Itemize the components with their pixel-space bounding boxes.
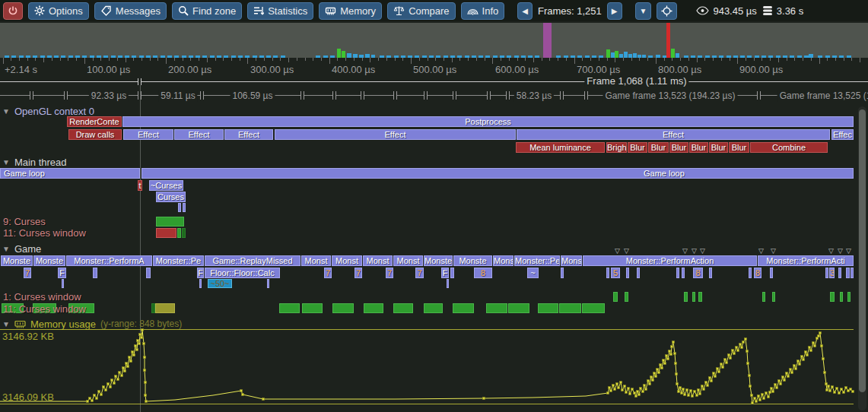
zone-bar[interactable]: Postprocess: [122, 116, 854, 127]
message-marker-icon[interactable]: ▽: [692, 248, 697, 255]
info-button[interactable]: Info: [461, 2, 505, 20]
message-marker-icon[interactable]: ▽: [828, 248, 834, 255]
zone-bar[interactable]: RenderConte: [67, 116, 122, 127]
zone-bar[interactable]: 8: [693, 268, 703, 278]
frame-time-graph[interactable]: [0, 23, 868, 58]
zone-bar[interactable]: ~50~: [208, 279, 232, 288]
lock-zone-bar[interactable]: [486, 303, 507, 313]
zone-bar[interactable]: [838, 268, 841, 278]
zone-bar[interactable]: 8: [754, 268, 761, 278]
zone-bar[interactable]: [199, 279, 202, 288]
collapse-frames-button[interactable]: ▼: [635, 2, 652, 20]
lock-label[interactable]: 11: Curses window: [3, 304, 86, 315]
lock-label[interactable]: 11: Curses window: [3, 228, 86, 239]
zone-bar[interactable]: 7: [24, 268, 31, 278]
collapse-icon[interactable]: ▼: [2, 158, 10, 166]
lock-label[interactable]: 1: Curses window: [3, 292, 81, 303]
lock-zone-bar[interactable]: [453, 303, 474, 313]
options-button[interactable]: Options: [28, 2, 89, 20]
lock-zone-bar[interactable]: [840, 292, 843, 302]
zone-bar[interactable]: Monster::Pe: [153, 255, 204, 266]
zone-bar[interactable]: Monst: [332, 255, 362, 266]
message-marker-icon[interactable]: ▽: [838, 248, 843, 255]
crosshair-button[interactable]: [657, 2, 677, 20]
lock-zone-bar[interactable]: [332, 303, 354, 313]
zone-bar[interactable]: [561, 268, 564, 278]
zone-bar[interactable]: Blur: [729, 142, 749, 153]
zone-bar[interactable]: Effect: [517, 129, 830, 140]
zone-bar[interactable]: F: [197, 268, 204, 278]
zone-bar[interactable]: 7: [324, 268, 332, 278]
zone-bar[interactable]: Blur: [648, 142, 669, 153]
zone-bar[interactable]: Curses: [156, 192, 186, 202]
zone-bar[interactable]: [676, 268, 679, 278]
frame-bar[interactable]: [342, 51, 345, 58]
frame-separators[interactable]: 92.33 µs59.11 µs106.59 µs58.23 µsGame fr…: [0, 90, 868, 102]
frame-boundary-line[interactable]: Frame 1,068 (1.11 ms): [0, 76, 868, 87]
zone-bar[interactable]: [626, 268, 629, 278]
zone-bar[interactable]: [851, 268, 854, 278]
zone-bar[interactable]: 7: [386, 268, 393, 278]
lock-zone-bar[interactable]: [698, 292, 702, 302]
lock-zone-bar[interactable]: [692, 292, 695, 302]
zone-bar[interactable]: t: [138, 180, 142, 191]
zone-bar[interactable]: Mean luminance: [516, 142, 605, 153]
zone-bar[interactable]: Monste: [1, 255, 33, 266]
zone-bar[interactable]: Effec: [831, 129, 854, 140]
zone-bar[interactable]: Monst: [393, 255, 423, 266]
vertical-scrollbar[interactable]: [858, 106, 866, 410]
scrollbar-thumb[interactable]: [859, 109, 866, 392]
zone-bar[interactable]: Mons: [561, 255, 582, 266]
frame-bar[interactable]: [615, 51, 618, 58]
zone-bar[interactable]: F: [58, 268, 66, 278]
zone-bar[interactable]: [770, 268, 773, 278]
lock-zone-bar[interactable]: [302, 303, 323, 313]
lock-zone-bar[interactable]: [508, 303, 529, 313]
memory-usage-chart[interactable]: [0, 318, 868, 412]
lock-zone-bar[interactable]: [772, 292, 775, 302]
zone-bar[interactable]: [93, 268, 97, 278]
zone-bar[interactable]: Monste: [453, 255, 492, 266]
frame-bar[interactable]: [606, 49, 610, 58]
message-marker-icon[interactable]: ▽: [846, 248, 851, 255]
zone-bar[interactable]: 7: [355, 268, 362, 278]
zone-bar[interactable]: F: [441, 268, 449, 278]
lock-zone-bar[interactable]: [155, 303, 175, 313]
lock-zone-bar[interactable]: [847, 292, 851, 302]
frame-bar[interactable]: [337, 49, 341, 58]
message-marker-icon[interactable]: ▽: [758, 248, 764, 255]
zone-bar[interactable]: Monst: [363, 255, 393, 266]
lock-zone-bar[interactable]: [393, 303, 413, 313]
message-marker-icon[interactable]: ▽: [682, 248, 688, 255]
frame-bar[interactable]: [543, 23, 552, 58]
zone-bar[interactable]: [606, 268, 609, 278]
zone-bar[interactable]: Floor::Floor::Calc: [205, 268, 280, 278]
zone-bar[interactable]: ~Curses: [149, 180, 183, 191]
zone-bar[interactable]: Effect: [224, 129, 273, 140]
zone-bar[interactable]: Monster::PerformAction: [583, 255, 757, 266]
statistics-button[interactable]: Statistics: [247, 2, 313, 20]
lock-zone-bar[interactable]: [182, 228, 186, 238]
zone-bar[interactable]: Mons: [493, 255, 513, 266]
collapse-icon[interactable]: ▼: [2, 107, 10, 116]
zone-bar[interactable]: [178, 203, 181, 212]
message-marker-icon[interactable]: ▽: [624, 248, 629, 255]
thread-header-opengl[interactable]: ▼ OpenGL context 0: [2, 106, 94, 116]
zone-bar[interactable]: Blur: [709, 142, 728, 153]
lock-zone-bar[interactable]: [559, 303, 581, 313]
message-marker-icon[interactable]: ▽: [700, 248, 705, 255]
zone-bar[interactable]: 8: [474, 268, 492, 278]
lock-zone-bar[interactable]: [830, 292, 835, 302]
zone-bar[interactable]: [637, 268, 640, 278]
lock-zone-bar[interactable]: [364, 303, 383, 313]
zone-bar[interactable]: [825, 268, 828, 278]
zone-bar[interactable]: [447, 279, 449, 288]
zone-bar[interactable]: [146, 268, 151, 278]
zone-bar[interactable]: Effect: [123, 129, 173, 140]
zone-bar[interactable]: [709, 268, 712, 278]
zone-bar[interactable]: Monster::PerformA: [66, 255, 152, 266]
zone-bar[interactable]: Monst: [301, 255, 331, 266]
zone-bar[interactable]: 3: [829, 268, 835, 278]
compare-button[interactable]: Compare: [387, 2, 455, 20]
lock-zone-bar[interactable]: [762, 292, 765, 302]
